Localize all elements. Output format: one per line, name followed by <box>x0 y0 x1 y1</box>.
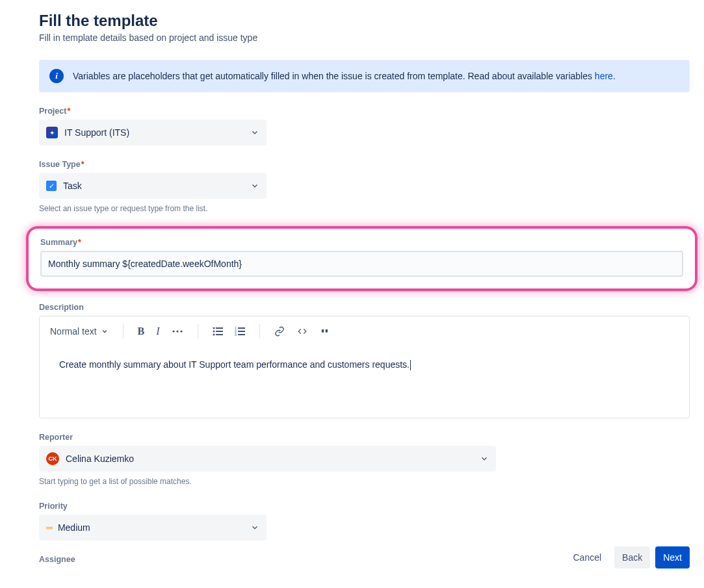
priority-label: Priority <box>39 502 690 511</box>
description-editor: Normal text B I <box>39 316 690 418</box>
project-icon: ✦ <box>46 127 58 138</box>
info-text-pre: Variables are placeholders that get auto… <box>73 71 595 81</box>
bold-button[interactable]: B <box>138 326 145 337</box>
priority-select[interactable]: ═ Medium <box>39 515 267 541</box>
project-select[interactable]: ✦ IT Support (ITS) <box>39 120 267 146</box>
svg-point-3 <box>213 327 215 329</box>
separator <box>198 324 198 339</box>
svg-rect-6 <box>216 331 223 332</box>
priority-medium-icon: ═ <box>46 522 51 533</box>
priority-field: Priority ═ Medium <box>39 502 690 541</box>
svg-rect-14 <box>238 334 245 335</box>
chevron-down-icon <box>250 181 259 190</box>
project-label: Project* <box>39 107 690 116</box>
avatar: CK <box>46 452 59 465</box>
reporter-value: Celina Kuziemko <box>66 454 134 464</box>
link-button[interactable] <box>274 326 285 337</box>
required-mark: * <box>67 107 70 116</box>
page-title: Fill the template <box>39 12 690 30</box>
info-banner: i Variables are placeholders that get au… <box>39 60 690 92</box>
separator <box>259 324 260 339</box>
summary-label-text: Summary <box>40 238 77 247</box>
issue-type-select[interactable]: ✓ Task <box>39 173 267 199</box>
issue-type-field: Issue Type* ✓ Task Select an issue type … <box>39 160 690 213</box>
page-subtitle: Fill in template details based on projec… <box>39 32 690 43</box>
text-style-dropdown[interactable]: Normal text <box>50 326 109 337</box>
svg-point-5 <box>213 331 215 333</box>
chevron-down-icon <box>250 128 259 137</box>
issue-type-label: Issue Type* <box>39 160 690 169</box>
issue-type-label-text: Issue Type <box>39 160 81 169</box>
info-text-post: . <box>613 71 616 81</box>
project-value: IT Support (ITS) <box>64 127 129 138</box>
cancel-button[interactable]: Cancel <box>565 546 609 569</box>
code-button[interactable] <box>296 327 308 336</box>
bullet-list-button[interactable] <box>213 327 223 336</box>
project-field: Project* ✦ IT Support (ITS) <box>39 107 690 146</box>
reporter-label: Reporter <box>39 433 690 442</box>
priority-value: Medium <box>58 522 90 533</box>
description-textarea[interactable]: Create monthly summary about IT Support … <box>40 346 689 418</box>
svg-text:3: 3 <box>235 333 237 336</box>
info-text: Variables are placeholders that get auto… <box>73 71 616 81</box>
svg-rect-4 <box>216 327 223 329</box>
footer-actions: Cancel Back Next <box>565 546 690 569</box>
svg-point-7 <box>213 334 215 336</box>
separator <box>123 324 124 339</box>
summary-input[interactable] <box>40 251 683 277</box>
svg-rect-8 <box>216 334 223 335</box>
svg-rect-12 <box>238 331 245 332</box>
description-label: Description <box>39 303 690 312</box>
editor-toolbar: Normal text B I <box>40 316 689 346</box>
project-label-text: Project <box>39 107 66 116</box>
reporter-helper: Start typing to get a list of possible m… <box>39 477 690 486</box>
required-mark: * <box>78 238 81 247</box>
issue-type-helper: Select an issue type or request type fro… <box>39 204 690 213</box>
info-link[interactable]: here <box>595 71 613 81</box>
numbered-list-button[interactable]: 123 <box>235 327 245 336</box>
italic-button[interactable]: I <box>156 326 159 337</box>
page-root: Fill the template Fill in template detai… <box>0 0 704 588</box>
task-icon: ✓ <box>46 181 57 191</box>
summary-label: Summary* <box>40 238 683 247</box>
svg-rect-10 <box>238 327 245 329</box>
next-button[interactable]: Next <box>655 546 690 569</box>
summary-highlight: Summary* <box>26 226 697 291</box>
svg-point-2 <box>180 330 182 332</box>
description-field: Description Normal text B I <box>39 303 690 418</box>
description-text: Create monthly summary about IT Support … <box>59 359 410 370</box>
text-style-label: Normal text <box>50 326 97 337</box>
required-mark: * <box>81 160 85 169</box>
reporter-select[interactable]: CK Celina Kuziemko <box>39 446 496 472</box>
more-format-button[interactable] <box>172 329 183 333</box>
reporter-field: Reporter CK Celina Kuziemko Start typing… <box>39 433 690 486</box>
svg-point-1 <box>176 330 178 332</box>
issue-type-value: Task <box>63 181 82 191</box>
back-button[interactable]: Back <box>614 546 650 569</box>
text-cursor <box>410 359 411 370</box>
chevron-down-icon <box>250 523 259 532</box>
chevron-down-icon <box>480 454 489 463</box>
svg-point-0 <box>172 330 174 332</box>
quote-button[interactable] <box>320 327 330 336</box>
info-icon: i <box>49 69 64 83</box>
